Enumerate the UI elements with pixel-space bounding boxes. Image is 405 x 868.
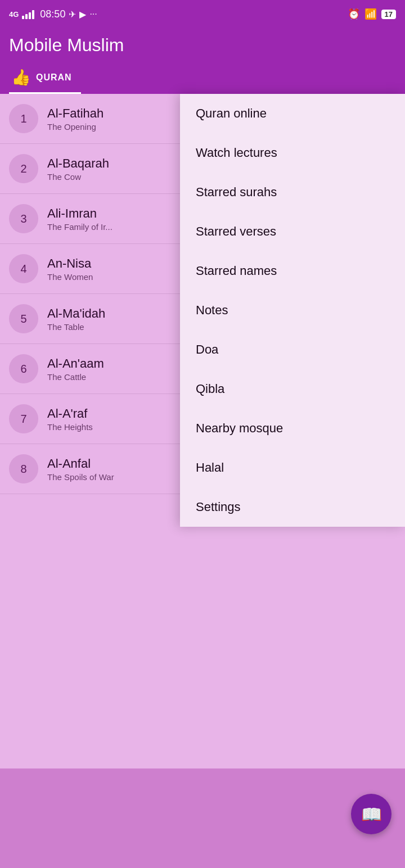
menu-item-doa[interactable]: Doa [180, 330, 405, 369]
surah-number: 1 [9, 104, 38, 133]
surah-number: 6 [9, 354, 38, 383]
status-right: ⏰ 📶 17 [348, 8, 396, 20]
bar3 [29, 12, 31, 19]
signal-bars [22, 9, 34, 19]
book-icon: 📖 [361, 804, 382, 824]
menu-item-qibla[interactable]: Qibla [180, 369, 405, 409]
menu-item-nearby-mosque[interactable]: Nearby mosque [180, 409, 405, 448]
wifi-icon: 📶 [364, 8, 377, 20]
quran-tab[interactable]: 👍 QURAN [9, 62, 81, 94]
menu-item-halal[interactable]: Halal [180, 448, 405, 487]
menu-item-starred-names[interactable]: Starred names [180, 251, 405, 291]
app-title: Mobile Muslim [9, 35, 396, 62]
menu-item-settings[interactable]: Settings [180, 487, 405, 527]
fab-button[interactable]: 📖 [351, 794, 392, 834]
youtube-icon: ▶ [79, 9, 86, 20]
bar2 [25, 14, 28, 19]
more-icon: ··· [89, 9, 97, 19]
thumbs-up-icon: 👍 [11, 68, 32, 87]
surah-number: 3 [9, 204, 38, 233]
surah-number: 4 [9, 254, 38, 283]
dropdown-menu: Quran onlineWatch lecturesStarred surahs… [180, 94, 405, 527]
surah-number: 2 [9, 154, 38, 183]
menu-item-starred-verses[interactable]: Starred verses [180, 212, 405, 251]
quran-tab-label: QURAN [36, 73, 72, 83]
signal-icon: 4G [9, 10, 19, 19]
battery-indicator: 17 [381, 10, 396, 19]
time-display: 08:50 [40, 8, 65, 20]
menu-item-quran-online[interactable]: Quran online [180, 94, 405, 133]
alarm-icon: ⏰ [348, 8, 360, 20]
tab-bar: 👍 QURAN [9, 62, 396, 94]
main-content: 1 Al-Fatihah The Opening 2 Al-Baqarah Th… [0, 94, 405, 768]
bar4 [32, 10, 34, 19]
status-bar: 4G 08:50 ✈ ▶ ··· ⏰ 📶 17 [0, 0, 405, 28]
menu-item-watch-lectures[interactable]: Watch lectures [180, 133, 405, 173]
surah-number: 5 [9, 304, 38, 333]
bar1 [22, 16, 24, 19]
app-header: Mobile Muslim 👍 QURAN [0, 28, 405, 94]
menu-item-starred-surahs[interactable]: Starred surahs [180, 173, 405, 212]
menu-item-notes[interactable]: Notes [180, 291, 405, 330]
status-left: 4G 08:50 ✈ ▶ ··· [9, 8, 97, 20]
surah-number: 7 [9, 404, 38, 433]
surah-number: 8 [9, 454, 38, 483]
telegram-icon: ✈ [69, 9, 76, 20]
